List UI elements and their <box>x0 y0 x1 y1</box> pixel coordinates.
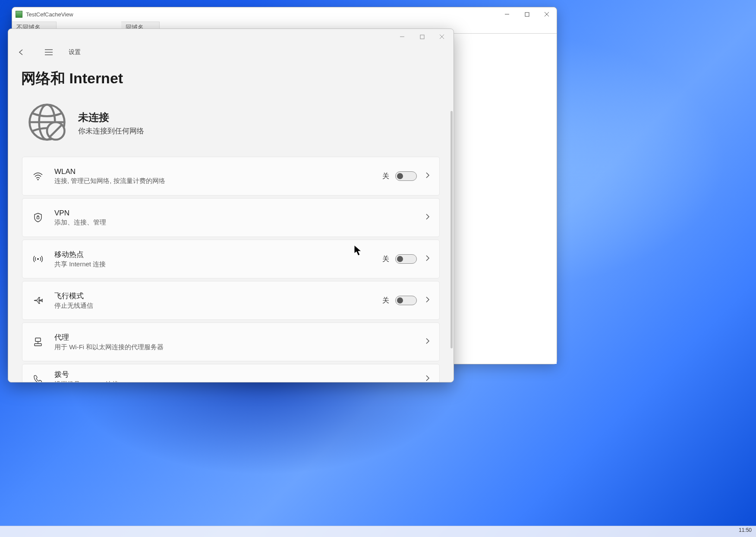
card-proxy[interactable]: 代理 用于 Wi-Fi 和以太网连接的代理服务器 <box>22 322 440 361</box>
bg-minimize-button[interactable] <box>497 8 517 21</box>
svg-rect-1 <box>525 13 529 16</box>
card-vpn[interactable]: VPN 添加、连接、管理 <box>22 198 440 237</box>
chevron-right-icon <box>425 375 430 382</box>
bg-close-button[interactable] <box>537 8 557 21</box>
card-wlan[interactable]: WLAN 连接, 管理已知网络, 按流量计费的网络 关 <box>22 157 440 196</box>
card-desc: 设置拨号 Internet 连接 <box>54 380 425 382</box>
connection-status: 未连接 你未连接到任何网络 <box>8 95 454 157</box>
wifi-icon <box>33 171 43 181</box>
chevron-right-icon <box>425 172 430 180</box>
settings-close-button[interactable] <box>432 30 452 43</box>
card-title: 代理 <box>54 332 425 342</box>
status-heading: 未连接 <box>78 111 144 124</box>
card-title: VPN <box>54 209 425 218</box>
card-title: 移动热点 <box>54 250 382 259</box>
card-desc: 共享 Internet 连接 <box>54 260 382 268</box>
card-desc: 连接, 管理已知网络, 按流量计费的网络 <box>54 177 382 185</box>
status-sub: 你未连接到任何网络 <box>78 126 144 136</box>
settings-window: 设置 网络和 Internet 未连接 你未连接到任何网络 <box>8 28 454 382</box>
toggle-state: 关 <box>382 296 389 305</box>
toggle-state: 关 <box>382 255 389 264</box>
card-desc: 用于 Wi-Fi 和以太网连接的代理服务器 <box>54 343 425 351</box>
taskbar-clock[interactable]: 11:50 <box>739 527 752 533</box>
settings-nav: 设置 <box>8 44 454 60</box>
chevron-right-icon <box>425 296 430 305</box>
card-title: 飞行模式 <box>54 291 382 301</box>
chevron-right-icon <box>425 255 430 263</box>
bg-window-title: TestCefCacheView <box>26 11 73 18</box>
card-desc: 停止无线通信 <box>54 302 382 310</box>
hotspot-toggle[interactable] <box>395 254 417 264</box>
svg-rect-5 <box>420 35 424 39</box>
nav-breadcrumb: 设置 <box>69 48 81 56</box>
svg-point-18 <box>37 258 39 260</box>
hamburger-menu-button[interactable] <box>41 44 57 60</box>
settings-scrollbar[interactable] <box>450 111 453 348</box>
airplane-toggle[interactable] <box>395 296 417 305</box>
card-title: WLAN <box>54 167 382 176</box>
proxy-icon <box>33 337 43 347</box>
card-airplane-mode[interactable]: 飞行模式 停止无线通信 关 <box>22 281 440 320</box>
taskbar[interactable]: 11:50 <box>0 526 756 537</box>
svg-rect-17 <box>37 217 39 219</box>
card-dialup[interactable]: 拨号 设置拨号 Internet 连接 <box>22 364 440 382</box>
toggle-state: 关 <box>382 172 389 181</box>
svg-point-16 <box>37 179 38 180</box>
back-button[interactable] <box>13 44 29 60</box>
phone-icon <box>33 374 43 382</box>
card-hotspot[interactable]: 移动热点 共享 Internet 连接 关 <box>22 240 440 278</box>
wlan-toggle[interactable] <box>395 171 417 181</box>
globe-disconnected-icon <box>27 102 67 144</box>
svg-rect-21 <box>35 344 41 346</box>
bg-window-titlebar[interactable]: TestCefCacheView <box>12 7 557 21</box>
hotspot-icon <box>33 254 43 264</box>
page-title: 网络和 Internet <box>8 60 454 95</box>
bg-app-icon <box>16 11 22 18</box>
settings-minimize-button[interactable] <box>392 30 412 43</box>
chevron-right-icon <box>425 213 430 222</box>
settings-maximize-button[interactable] <box>412 30 432 43</box>
settings-titlebar[interactable] <box>8 29 454 44</box>
card-title: 拨号 <box>54 370 425 379</box>
shield-lock-icon <box>33 212 43 223</box>
settings-cards: WLAN 连接, 管理已知网络, 按流量计费的网络 关 VPN 添加、连接、管理 <box>8 157 454 382</box>
bg-maximize-button[interactable] <box>517 8 537 21</box>
airplane-icon <box>33 295 43 306</box>
card-desc: 添加、连接、管理 <box>54 218 425 227</box>
svg-rect-19 <box>35 338 41 341</box>
chevron-right-icon <box>425 338 430 346</box>
